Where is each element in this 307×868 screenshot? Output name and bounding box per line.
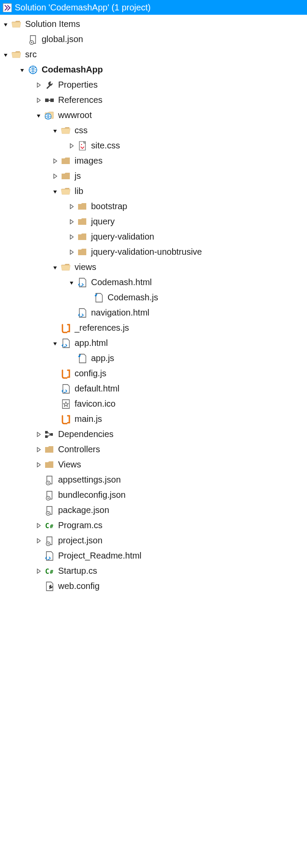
expander-collapsed-icon[interactable] [51,157,59,165]
label: Dependencies [58,429,114,439]
js-file-icon [94,293,104,303]
node-favicon[interactable]: favicon.ico [0,396,307,411]
node-js[interactable]: js [0,168,307,184]
expander-expanded-icon[interactable] [51,339,59,347]
expander-expanded-icon[interactable] [51,263,59,271]
folder-icon [77,217,88,227]
node-css[interactable]: css [0,123,307,138]
node-app-html[interactable]: app.html [0,335,307,351]
node-program-cs[interactable]: Program.cs [0,518,307,533]
node-codemash-html[interactable]: Codemash.html [0,275,307,290]
node-bundleconfig[interactable]: bundleconfig.json [0,487,307,503]
expander-collapsed-icon[interactable] [68,248,75,256]
node-app-js[interactable]: app.js [0,351,307,366]
css-file-icon [77,141,88,151]
node-default-html[interactable]: default.html [0,381,307,396]
folder-icon [44,444,55,455]
expander-collapsed-icon[interactable] [35,522,42,529]
node-site-css[interactable]: site.css [0,138,307,153]
node-config-js[interactable]: config.js [0,366,307,381]
expander-collapsed-icon[interactable] [35,96,42,104]
label: config.js [75,368,106,378]
label: appsettings.json [58,475,121,485]
node-codemash-js[interactable]: Codemash.js [0,290,307,305]
config-file-icon [44,581,55,592]
node-appsettings[interactable]: appsettings.json [0,472,307,487]
folder-icon [77,247,88,257]
expander-collapsed-icon[interactable] [35,446,42,454]
node-references[interactable]: References [0,92,307,108]
label: lib [75,186,83,196]
label: web.config [58,581,100,591]
expander-collapsed-icon[interactable] [35,431,42,438]
node-package[interactable]: package.json [0,503,307,518]
folder-icon [77,232,88,242]
expander-collapsed-icon[interactable] [35,81,42,89]
node-main-js[interactable]: main.js [0,411,307,427]
solution-tree: Solution Items global.json src CodemashA… [0,15,307,594]
label: Codemash.js [108,293,158,302]
solution-icon [2,2,12,13]
expander-collapsed-icon[interactable] [35,461,42,469]
node-controllers[interactable]: Controllers [0,442,307,457]
expander-collapsed-icon[interactable] [35,537,42,545]
expander-collapsed-icon[interactable] [68,233,75,241]
label: favicon.ico [75,399,116,409]
node-jquery[interactable]: jquery [0,214,307,229]
label: bundleconfig.json [58,490,126,500]
expander-expanded-icon[interactable] [51,127,59,135]
expander-expanded-icon[interactable] [2,51,10,59]
label: jquery-validation-unobtrusive [91,247,202,257]
node-jquery-validation-unobtrusive[interactable]: jquery-validation-unobtrusive [0,244,307,260]
csharp-file-icon [44,520,55,531]
node-lib[interactable]: lib [0,184,307,199]
label: jquery [91,217,114,227]
expander-collapsed-icon[interactable] [68,142,75,150]
label: Startup.cs [58,566,97,576]
expander-expanded-icon[interactable] [35,112,42,119]
expander-collapsed-icon[interactable] [35,567,42,575]
node-views[interactable]: views [0,260,307,275]
node-images[interactable]: images [0,153,307,168]
expander-expanded-icon[interactable] [51,187,59,195]
expander-expanded-icon[interactable] [2,20,10,28]
node-project[interactable]: CodemashApp [0,62,307,77]
js-orange-icon [61,368,71,379]
node-solution-items[interactable]: Solution Items [0,16,307,32]
js-orange-icon [61,414,71,424]
node-wwwroot[interactable]: wwwroot [0,108,307,123]
node-bootstrap[interactable]: bootstrap [0,199,307,214]
html-file-icon [61,384,71,394]
folder-open-icon [61,186,71,197]
label: _references.js [75,323,129,333]
node-properties[interactable]: Properties [0,77,307,92]
folder-open-icon [61,262,71,273]
label: Project_Readme.html [58,551,141,561]
node-navigation-html[interactable]: navigation.html [0,305,307,320]
node-views-folder[interactable]: Views [0,457,307,472]
node-project-readme[interactable]: Project_Readme.html [0,548,307,563]
node-web-config[interactable]: web.config [0,579,307,594]
expander-collapsed-icon[interactable] [68,218,75,226]
globe-folder-icon [44,110,55,121]
label: css [75,125,88,135]
js-file-icon [77,353,88,364]
label: default.html [75,384,119,394]
expander-collapsed-icon[interactable] [51,172,59,180]
node-src[interactable]: src [0,47,307,62]
node-dependencies[interactable]: Dependencies [0,427,307,442]
solution-header[interactable]: Solution 'CodemashApp' (1 project) [0,0,307,15]
folder-icon [61,171,71,181]
dependencies-icon [44,429,55,440]
node-project-json[interactable]: project.json [0,533,307,548]
expander-expanded-icon[interactable] [68,279,75,286]
label: Program.cs [58,520,102,530]
expander-collapsed-icon[interactable] [68,203,75,210]
node-references-js[interactable]: _references.js [0,320,307,335]
node-global-json[interactable]: global.json [0,32,307,47]
node-startup-cs[interactable]: Startup.cs [0,563,307,579]
html-file-icon [77,277,88,288]
node-jquery-validation[interactable]: jquery-validation [0,229,307,244]
json-file-icon [44,536,55,546]
expander-expanded-icon[interactable] [18,66,26,74]
